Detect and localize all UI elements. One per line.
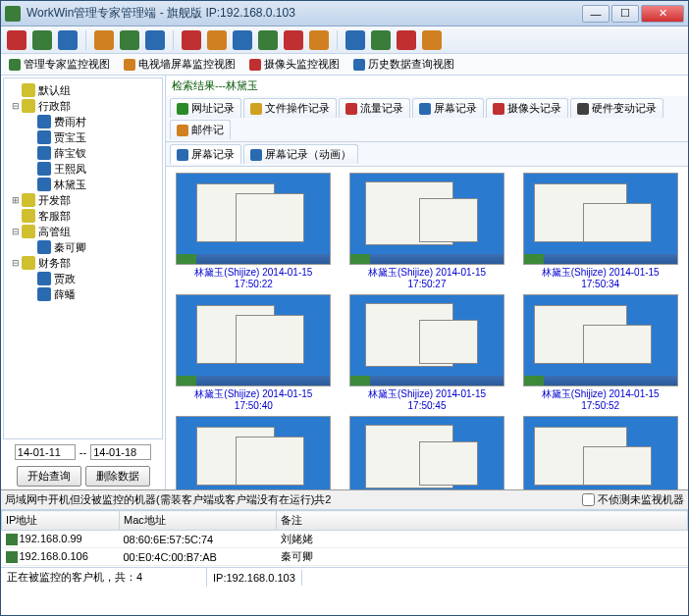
screenshot-item[interactable]: 林黛玉(Shijize) 2014-01-1517:50:27 <box>344 173 511 290</box>
screenshot-caption: 林黛玉(Shijize) 2014-01-1517:50:40 <box>194 388 312 412</box>
tree-node-label: 薛宝钗 <box>54 146 86 161</box>
col-mac[interactable]: Mac地址 <box>120 511 277 531</box>
tree-node[interactable]: 王熙凤 <box>6 161 160 177</box>
start-query-button[interactable]: 开始查询 <box>17 466 81 487</box>
tab-6[interactable]: 邮件记 <box>170 120 231 139</box>
screenshot-item[interactable]: 林黛玉(Shijize) 2014-01-1517:51:04 <box>344 416 511 489</box>
sidebar: 默认组⊟行政部费雨村贾宝玉薛宝钗王熙凤林黛玉⊞开发部客服部⊟高管组秦可卿⊟财务部… <box>1 76 166 489</box>
toolbar-icon-1[interactable] <box>32 30 52 50</box>
screenshot-caption: 林黛玉(Shijize) 2014-01-1517:50:52 <box>542 388 660 412</box>
tab-label: 网址记录 <box>191 101 235 116</box>
tree-node[interactable]: 默认组 <box>6 82 160 98</box>
view-link-label: 摄像头监控视图 <box>264 57 340 72</box>
tab-3[interactable]: 屏幕记录 <box>412 98 484 118</box>
toolbar-icon-2[interactable] <box>58 30 78 50</box>
toolbar-icon-15[interactable] <box>422 30 442 50</box>
tree-node-label: 财务部 <box>38 256 71 271</box>
tree-node[interactable]: 客服部 <box>6 208 160 224</box>
tab-label: 文件操作记录 <box>265 101 330 116</box>
org-tree[interactable]: 默认组⊟行政部费雨村贾宝玉薛宝钗王熙凤林黛玉⊞开发部客服部⊟高管组秦可卿⊟财务部… <box>3 77 163 439</box>
view-link-3[interactable]: 历史数据查询视图 <box>353 57 454 72</box>
view-link-icon <box>124 59 135 71</box>
tree-node[interactable]: 薛宝钗 <box>6 145 160 161</box>
tab-5[interactable]: 硬件变动记录 <box>570 98 663 118</box>
tab-1[interactable]: 屏幕记录（动画） <box>243 144 358 164</box>
tree-node[interactable]: 薛蟠 <box>6 286 160 302</box>
pc-icon <box>37 272 51 285</box>
table-row[interactable]: 192.168.0.9908:60:6E:57:5C:74刘姥姥 <box>2 531 688 548</box>
tree-node[interactable]: 费雨村 <box>6 114 160 129</box>
tab-label: 流量记录 <box>360 101 403 116</box>
view-link-label: 历史数据查询视图 <box>368 57 454 72</box>
tab-2[interactable]: 流量记录 <box>339 98 410 118</box>
toolbar-icon-7[interactable] <box>207 30 227 50</box>
date-range: -- <box>1 441 165 463</box>
tab-1[interactable]: 文件操作记录 <box>243 98 337 118</box>
screenshot-caption: 林黛玉(Shijize) 2014-01-1517:50:27 <box>368 267 486 290</box>
maximize-button[interactable]: ☐ <box>611 5 639 23</box>
view-link-0[interactable]: 管理专家监控视图 <box>9 57 110 72</box>
screenshot-thumb <box>349 294 504 386</box>
tree-node[interactable]: 秦可卿 <box>6 239 160 255</box>
toolbar-icon-12[interactable] <box>345 30 365 50</box>
tab-icon <box>250 149 262 161</box>
screenshot-item[interactable]: 林黛玉(Shijize) 2014-01-1517:50:40 <box>170 294 338 412</box>
col-note[interactable]: 备注 <box>277 511 688 531</box>
toolbar-icon-10[interactable] <box>284 30 303 50</box>
toolbar-icon-14[interactable] <box>397 30 416 50</box>
footer-panel: 局域网中开机但没被监控的机器(需装客户端或客户端没有在运行)共2 不侦测未监视机… <box>1 489 688 567</box>
folder-icon <box>22 83 35 97</box>
toolbar-icon-11[interactable] <box>309 30 329 50</box>
toolbar-icon-3[interactable] <box>94 30 114 50</box>
tab-4[interactable]: 摄像头记录 <box>486 98 568 118</box>
toolbar-icon-6[interactable] <box>182 30 201 50</box>
tree-node[interactable]: ⊞开发部 <box>6 192 160 208</box>
tree-node-label: 王熙凤 <box>54 162 86 177</box>
pc-icon <box>37 240 51 254</box>
tree-node[interactable]: 贾政 <box>6 271 160 286</box>
toolbar-icon-13[interactable] <box>371 30 391 50</box>
tab-0[interactable]: 屏幕记录 <box>170 144 241 164</box>
screenshot-item[interactable]: 林黛玉(Shijize) 2014-01-1517:51:10 <box>516 416 684 489</box>
view-link-2[interactable]: 摄像头监控视图 <box>249 57 340 72</box>
tree-node-label: 开发部 <box>38 193 71 208</box>
tree-node-label: 贾宝玉 <box>54 130 86 145</box>
date-separator: -- <box>80 446 86 458</box>
toolbar-icon-4[interactable] <box>120 30 139 50</box>
col-ip[interactable]: IP地址 <box>2 511 120 531</box>
search-result-label: 检索结果---林黛玉 <box>166 76 688 96</box>
tree-node[interactable]: ⊟行政部 <box>6 98 160 114</box>
screenshot-item[interactable]: 林黛玉(Shijize) 2014-01-1517:50:34 <box>516 173 684 290</box>
folder-icon <box>22 225 35 238</box>
date-to-input[interactable] <box>90 444 151 460</box>
screenshot-item[interactable]: 林黛玉(Shijize) 2014-01-1517:50:45 <box>344 294 511 412</box>
screenshot-item[interactable]: 林黛玉(Shijize) 2014-01-1517:50:22 <box>170 173 338 290</box>
tab-icon <box>177 125 188 136</box>
no-detect-checkbox[interactable]: 不侦测未监视机器 <box>582 492 684 507</box>
delete-data-button[interactable]: 删除数据 <box>85 466 150 487</box>
minimize-button[interactable]: — <box>582 5 610 23</box>
screenshot-item[interactable]: 林黛玉(Shijize) 2014-01-1517:50:52 <box>516 294 684 412</box>
toolbar-icon-9[interactable] <box>258 30 278 50</box>
tree-node-label: 贾政 <box>54 272 76 286</box>
view-link-1[interactable]: 电视墙屏幕监控视图 <box>124 57 236 72</box>
tab-label: 屏幕记录 <box>434 101 477 116</box>
tree-node-label: 费雨村 <box>54 115 86 129</box>
close-button[interactable]: ✕ <box>641 5 684 23</box>
status-ip: IP:192.168.0.103 <box>207 570 302 586</box>
toolbar-icon-0[interactable] <box>7 30 26 50</box>
toolbar-icon-5[interactable] <box>145 30 165 50</box>
toolbar-icon-8[interactable] <box>233 30 252 50</box>
tree-node[interactable]: ⊟高管组 <box>6 224 160 239</box>
tabs-row-2: 屏幕记录屏幕记录（动画） <box>166 142 688 167</box>
date-from-input[interactable] <box>15 444 76 460</box>
table-row[interactable]: 192.168.0.10600:E0:4C:00:B7:AB秦可卿 <box>2 548 688 566</box>
screenshot-item[interactable]: 林黛玉(Shijize) 2014-01-1517:50:58 <box>170 416 338 489</box>
tree-node[interactable]: 贾宝玉 <box>6 129 160 145</box>
tree-node[interactable]: 林黛玉 <box>6 177 160 192</box>
tree-node[interactable]: ⊟财务部 <box>6 255 160 271</box>
no-detect-checkbox-input[interactable] <box>582 493 595 506</box>
tab-icon <box>345 103 357 115</box>
tab-0[interactable]: 网址记录 <box>170 98 241 118</box>
tab-label: 屏幕记录（动画） <box>265 147 351 162</box>
